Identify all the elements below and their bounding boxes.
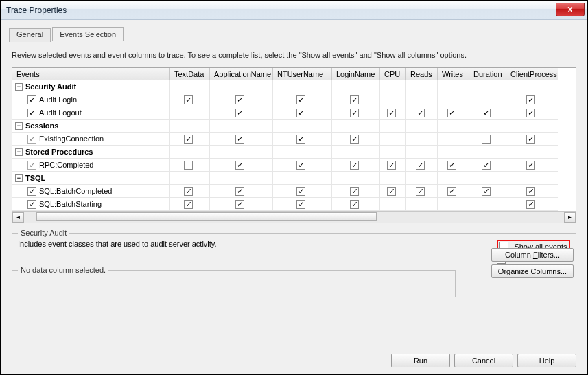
collapse-icon[interactable]: − xyxy=(15,122,23,130)
close-icon: X xyxy=(567,5,572,14)
event-enable-checkbox[interactable]: ✓ xyxy=(27,109,36,117)
col-header-ntuser[interactable]: NTUserName xyxy=(273,68,332,80)
tab-events-selection[interactable]: Events Selection xyxy=(52,27,124,41)
cell-checkbox[interactable] xyxy=(482,135,491,144)
event-enable-checkbox[interactable]: ✓ xyxy=(27,135,36,144)
cell-checkbox[interactable]: ✓ xyxy=(387,187,396,196)
cell-checkbox[interactable]: ✓ xyxy=(235,161,244,170)
col-header-textdata[interactable]: TextData xyxy=(170,68,210,80)
cell-checkbox[interactable]: ✓ xyxy=(416,109,425,117)
cell-checkbox[interactable]: ✓ xyxy=(184,187,193,196)
event-row: ✓SQL:BatchCompleted✓✓✓✓✓✓✓✓✓ xyxy=(12,185,576,198)
grid-horizontal-scrollbar[interactable]: ◄ ► xyxy=(12,211,576,223)
category-label: Sessions xyxy=(25,122,58,130)
collapse-icon[interactable]: − xyxy=(15,174,23,182)
event-enable-checkbox[interactable]: ✓ xyxy=(27,200,36,209)
trace-properties-dialog: Trace Properties X General Events Select… xyxy=(0,0,588,375)
event-enable-checkbox[interactable]: ✓ xyxy=(27,187,36,196)
cell-checkbox[interactable]: ✓ xyxy=(184,200,193,209)
event-label: SQL:BatchStarting xyxy=(39,200,102,208)
cell-checkbox[interactable]: ✓ xyxy=(447,187,456,196)
cell-checkbox[interactable]: ✓ xyxy=(447,109,456,117)
category-row: −Stored Procedures xyxy=(12,146,576,159)
cell-checkbox[interactable]: ✓ xyxy=(482,187,491,196)
cell-checkbox[interactable]: ✓ xyxy=(482,109,491,117)
grid-header: Events TextData ApplicationName NTUserNa… xyxy=(12,68,576,80)
events-grid: Events TextData ApplicationName NTUserNa… xyxy=(12,67,576,223)
cell-checkbox[interactable]: ✓ xyxy=(482,161,491,170)
col-header-clientproc[interactable]: ClientProcess xyxy=(506,68,558,80)
cell-checkbox[interactable]: ✓ xyxy=(387,109,396,117)
scroll-left-icon[interactable]: ◄ xyxy=(12,212,24,223)
event-enable-checkbox[interactable]: ✓ xyxy=(27,95,36,104)
cell-checkbox[interactable]: ✓ xyxy=(350,161,359,170)
col-header-reads[interactable]: Reads xyxy=(406,68,438,80)
cell-checkbox[interactable]: ✓ xyxy=(447,161,456,170)
event-row: ✓RPC:Completed✓✓✓✓✓✓✓✓ xyxy=(12,159,576,172)
event-enable-checkbox[interactable]: ✓ xyxy=(27,161,36,170)
run-button[interactable]: Run xyxy=(391,354,450,367)
column-description-legend: No data column selected. xyxy=(18,266,108,274)
organize-columns-button[interactable]: Organize Columns... xyxy=(491,264,574,278)
col-header-duration[interactable]: Duration xyxy=(469,68,506,80)
cell-checkbox[interactable]: ✓ xyxy=(526,95,535,104)
cell-checkbox[interactable]: ✓ xyxy=(235,200,244,209)
tabstrip: General Events Selection xyxy=(9,27,579,41)
client-area: General Events Selection Review selected… xyxy=(1,20,587,374)
category-label: Security Audit xyxy=(25,82,76,91)
cell-checkbox[interactable]: ✓ xyxy=(184,95,193,104)
cell-checkbox[interactable]: ✓ xyxy=(350,135,359,144)
col-header-events[interactable]: Events xyxy=(12,68,170,80)
cell-checkbox[interactable]: ✓ xyxy=(296,95,305,104)
window-title: Trace Properties xyxy=(6,5,556,15)
cell-checkbox[interactable]: ✓ xyxy=(526,161,535,170)
col-header-login[interactable]: LoginName xyxy=(332,68,380,80)
cell-checkbox[interactable]: ✓ xyxy=(235,187,244,196)
column-filters-button[interactable]: Column Filters... xyxy=(491,248,574,262)
cell-checkbox[interactable]: ✓ xyxy=(526,135,535,144)
cell-checkbox[interactable]: ✓ xyxy=(296,200,305,209)
description-legend: Security Audit xyxy=(18,229,69,237)
tab-general[interactable]: General xyxy=(9,28,51,42)
cell-checkbox[interactable] xyxy=(184,161,193,170)
cell-checkbox[interactable]: ✓ xyxy=(296,109,305,117)
cell-checkbox[interactable]: ✓ xyxy=(526,200,535,209)
titlebar[interactable]: Trace Properties X xyxy=(1,1,587,20)
cell-checkbox[interactable]: ✓ xyxy=(350,109,359,117)
event-label: Audit Login xyxy=(39,95,77,104)
cell-checkbox[interactable]: ✓ xyxy=(184,135,193,144)
cell-checkbox[interactable]: ✓ xyxy=(526,109,535,117)
event-row: ✓Audit Logout✓✓✓✓✓✓✓✓ xyxy=(12,106,576,120)
cell-checkbox[interactable]: ✓ xyxy=(387,161,396,170)
cell-checkbox[interactable]: ✓ xyxy=(296,135,305,144)
cell-checkbox[interactable]: ✓ xyxy=(526,187,535,196)
description-text: Includes event classes that are used to … xyxy=(18,240,217,248)
scroll-track[interactable] xyxy=(24,212,564,223)
cell-checkbox[interactable]: ✓ xyxy=(296,161,305,170)
collapse-icon[interactable]: − xyxy=(15,83,23,91)
collapse-icon[interactable]: − xyxy=(15,148,23,156)
close-button[interactable]: X xyxy=(556,3,585,16)
cell-checkbox[interactable]: ✓ xyxy=(416,161,425,170)
event-label: ExistingConnection xyxy=(39,135,104,143)
cancel-button[interactable]: Cancel xyxy=(454,354,513,367)
cell-checkbox[interactable]: ✓ xyxy=(350,187,359,196)
scroll-right-icon[interactable]: ► xyxy=(564,212,576,223)
help-button[interactable]: Help xyxy=(517,354,576,367)
cell-checkbox[interactable]: ✓ xyxy=(235,109,244,117)
cell-checkbox[interactable]: ✓ xyxy=(350,200,359,209)
cell-checkbox[interactable]: ✓ xyxy=(235,135,244,144)
cell-checkbox[interactable]: ✓ xyxy=(350,95,359,104)
col-header-writes[interactable]: Writes xyxy=(438,68,469,80)
category-row: −Sessions xyxy=(12,120,576,133)
scroll-thumb[interactable] xyxy=(36,212,377,221)
cell-checkbox[interactable]: ✓ xyxy=(296,187,305,196)
event-label: SQL:BatchCompleted xyxy=(39,187,112,195)
event-label: RPC:Completed xyxy=(39,161,93,169)
cell-checkbox[interactable]: ✓ xyxy=(235,95,244,104)
category-label: TSQL xyxy=(25,174,45,182)
cell-checkbox[interactable]: ✓ xyxy=(416,187,425,196)
dialog-buttons: Run Cancel Help xyxy=(12,354,576,367)
col-header-appname[interactable]: ApplicationName xyxy=(210,68,273,80)
col-header-cpu[interactable]: CPU xyxy=(380,68,406,80)
